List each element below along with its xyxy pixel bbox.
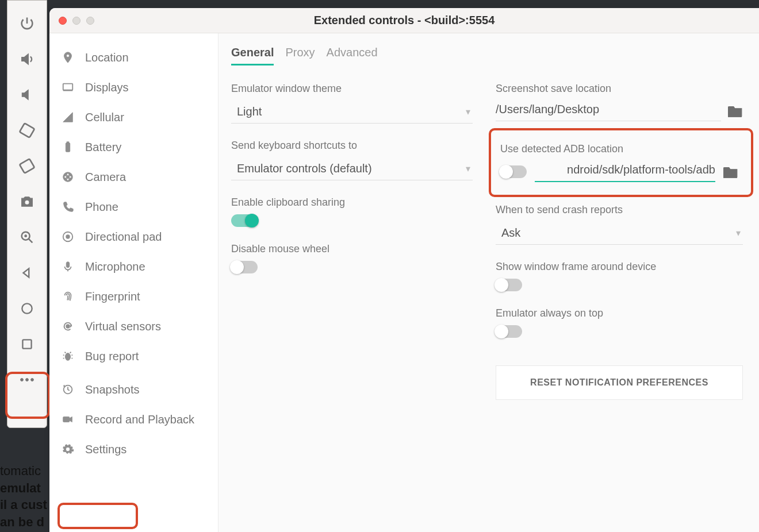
theme-group: Emulator window theme Light ▾ xyxy=(231,83,473,124)
folder-icon[interactable] xyxy=(723,165,738,178)
sidebar-item-label: Virtual sensors xyxy=(85,320,161,333)
dpad-icon xyxy=(61,230,75,244)
adb-path-input[interactable]: ndroid/sdk/platform-tools/adb xyxy=(535,161,715,182)
sidebar-item-bug-report[interactable]: Bug report xyxy=(49,341,218,371)
shortcuts-group: Send keyboard shortcuts to Emulator cont… xyxy=(231,140,473,180)
sidebar-item-phone[interactable]: Phone xyxy=(49,192,218,222)
adb-group: Use detected ADB location ndroid/sdk/pla… xyxy=(496,137,743,188)
chevron-down-icon: ▾ xyxy=(466,163,470,174)
svg-rect-10 xyxy=(66,143,70,152)
sidebar-item-label: Snapshots xyxy=(85,383,140,396)
bug-icon xyxy=(61,349,75,363)
window-content: Location Displays Cellular Battery xyxy=(49,33,759,532)
screenshot-group: Screenshot save location /Users/lang/Des… xyxy=(496,83,743,121)
sidebar: Location Displays Cellular Battery xyxy=(49,33,218,532)
sidebar-item-battery[interactable]: Battery xyxy=(49,132,218,162)
microphone-icon xyxy=(61,260,75,273)
back-icon[interactable] xyxy=(16,261,39,284)
battery-icon xyxy=(61,140,75,154)
shortcuts-value: Emulator controls (default) xyxy=(237,162,372,175)
display-icon xyxy=(61,80,75,94)
sidebar-item-virtual-sensors[interactable]: Virtual sensors xyxy=(49,311,218,341)
folder-icon[interactable] xyxy=(728,105,743,117)
svg-rect-11 xyxy=(67,142,69,143)
tab-advanced[interactable]: Advanced xyxy=(327,46,378,65)
sidebar-item-label: Cellular xyxy=(85,111,124,124)
svg-point-6 xyxy=(21,379,24,381)
tab-proxy[interactable]: Proxy xyxy=(285,46,315,65)
frame-group: Show window frame around device xyxy=(496,261,743,291)
sidebar-item-label: Record and Playback xyxy=(85,413,194,426)
power-icon[interactable] xyxy=(16,12,39,35)
sidebar-item-settings[interactable]: Settings xyxy=(49,434,218,464)
sidebar-item-label: Displays xyxy=(85,81,129,94)
svg-point-14 xyxy=(66,235,70,238)
volume-up-icon[interactable] xyxy=(16,48,39,71)
crash-select[interactable]: Ask ▾ xyxy=(496,222,743,245)
settings-panel: General Proxy Advanced Emulator window t… xyxy=(218,33,759,532)
ontop-toggle[interactable] xyxy=(496,325,522,338)
camera-aperture-icon xyxy=(61,170,75,184)
frame-label: Show window frame around device xyxy=(496,261,743,273)
svg-rect-5 xyxy=(22,340,31,348)
overview-icon[interactable] xyxy=(16,333,39,356)
sidebar-item-displays[interactable]: Displays xyxy=(49,72,218,102)
ontop-label: Emulator always on top xyxy=(496,307,743,319)
more-icon[interactable] xyxy=(16,368,39,391)
theme-select[interactable]: Light ▾ xyxy=(231,101,473,124)
sidebar-item-label: Bug report xyxy=(85,350,139,363)
svg-point-7 xyxy=(26,379,29,381)
shortcuts-select[interactable]: Emulator controls (default) ▾ xyxy=(231,157,473,180)
window-title: Extended controls - <build>:5554 xyxy=(49,14,759,27)
volume-down-icon[interactable] xyxy=(16,83,39,106)
sidebar-item-snapshots[interactable]: Snapshots xyxy=(49,375,218,404)
mousewheel-toggle[interactable] xyxy=(231,261,258,273)
svg-rect-1 xyxy=(20,159,34,173)
svg-rect-19 xyxy=(63,417,70,422)
rotate-right-icon[interactable] xyxy=(12,151,43,182)
frame-toggle[interactable] xyxy=(496,279,522,291)
home-icon[interactable] xyxy=(16,297,39,320)
shortcuts-label: Send keyboard shortcuts to xyxy=(231,140,473,152)
screenshot-label: Screenshot save location xyxy=(496,83,743,95)
svg-rect-9 xyxy=(63,84,73,90)
tab-general[interactable]: General xyxy=(231,46,274,65)
location-icon xyxy=(61,51,75,64)
sidebar-item-cellular[interactable]: Cellular xyxy=(49,102,218,132)
sidebar-item-label: Fingerprint xyxy=(85,290,140,303)
background-doc-text: tomatic emulat il a cust an be d > Setti xyxy=(0,462,47,532)
mousewheel-group: Disable mouse wheel xyxy=(231,243,473,273)
screenshot-path[interactable]: /Users/lang/Desktop xyxy=(496,101,721,121)
svg-rect-0 xyxy=(20,123,34,137)
chevron-down-icon: ▾ xyxy=(466,106,470,117)
window-titlebar: Extended controls - <build>:5554 xyxy=(49,8,759,33)
svg-point-8 xyxy=(31,379,34,381)
sidebar-item-label: Settings xyxy=(85,443,126,456)
sidebar-item-location[interactable]: Location xyxy=(49,43,218,72)
cellular-icon xyxy=(61,110,75,124)
phone-icon xyxy=(61,200,75,214)
svg-point-16 xyxy=(66,325,70,328)
reset-notifications-button[interactable]: RESET NOTIFICATION PREFERENCES xyxy=(496,365,743,400)
svg-point-2 xyxy=(25,200,29,205)
settings-tabs: General Proxy Advanced xyxy=(231,46,743,65)
sensors-icon xyxy=(61,319,75,333)
zoom-icon[interactable] xyxy=(16,226,39,249)
clipboard-toggle[interactable] xyxy=(231,214,258,227)
svg-rect-15 xyxy=(66,262,70,268)
sidebar-item-fingerprint[interactable]: Fingerprint xyxy=(49,282,218,311)
theme-label: Emulator window theme xyxy=(231,83,473,95)
chevron-down-icon: ▾ xyxy=(736,228,741,238)
sidebar-item-microphone[interactable]: Microphone xyxy=(49,252,218,282)
sidebar-item-camera[interactable]: Camera xyxy=(49,162,218,192)
adb-toggle[interactable] xyxy=(500,165,527,178)
sidebar-item-directional-pad[interactable]: Directional pad xyxy=(49,222,218,252)
crash-value: Ask xyxy=(501,226,520,240)
snapshot-icon xyxy=(61,383,75,396)
adb-label: Use detected ADB location xyxy=(500,143,738,155)
sidebar-item-record-playback[interactable]: Record and Playback xyxy=(49,404,218,434)
screenshot-camera-icon[interactable] xyxy=(16,190,39,213)
theme-value: Light xyxy=(237,105,262,118)
rotate-left-icon[interactable] xyxy=(12,115,43,147)
clipboard-group: Enable clipboard sharing xyxy=(231,196,473,227)
